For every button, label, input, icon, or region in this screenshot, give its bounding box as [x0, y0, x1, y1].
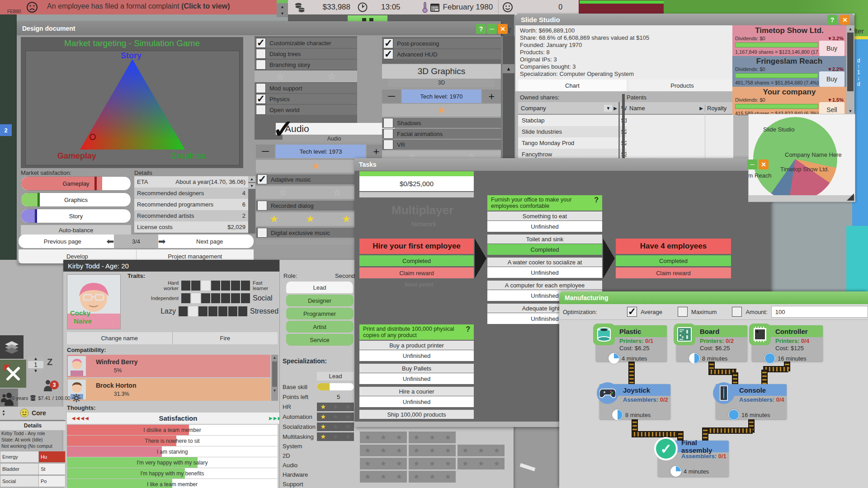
- graphics-3d-tab[interactable]: 3D: [388, 79, 495, 87]
- market-triangle[interactable]: [26, 51, 239, 165]
- help-icon[interactable]: ?: [466, 326, 470, 333]
- g3d-item[interactable]: Facial animations: [382, 129, 501, 139]
- stocks-scrollbar[interactable]: ▲ ▼: [846, 25, 854, 115]
- feature-item[interactable]: ✓Post-processing: [382, 38, 501, 48]
- arrow-left-icon[interactable]: ⬅: [107, 236, 114, 247]
- role-button-artist[interactable]: Artist: [286, 321, 353, 333]
- close-button[interactable]: ✕: [840, 15, 850, 25]
- employee-titlebar[interactable]: Kirby Todd - Age: 20: [63, 260, 284, 272]
- audio-item[interactable]: Recorded dialog: [256, 201, 366, 211]
- satisfaction-bar-story[interactable]: Story: [21, 209, 131, 223]
- feature-item[interactable]: ✓Physics: [255, 94, 357, 104]
- tech-plus-button[interactable]: ＋: [482, 89, 501, 103]
- slide-studio-titlebar[interactable]: Slide Studio ? ✕: [515, 14, 854, 25]
- tech-minus-button[interactable]: ─: [382, 89, 401, 103]
- spec-column-header[interactable]: Lead: [317, 372, 354, 380]
- minimize-button[interactable]: ─: [487, 24, 497, 34]
- close-button[interactable]: ✕: [498, 24, 508, 34]
- queue-stepper[interactable]: ▲ 1 ▼: [28, 356, 43, 373]
- checkbox-average-checked[interactable]: ✓: [627, 307, 637, 317]
- expand-icon[interactable]: ▶: [699, 106, 703, 111]
- g3d-item[interactable]: VR: [382, 140, 501, 150]
- sleep-icon[interactable]: Z: [47, 357, 52, 367]
- next-page-button[interactable]: Next page: [165, 238, 254, 245]
- filter-icon[interactable]: ▼: [604, 105, 612, 112]
- scroll-up-icon[interactable]: ▲: [277, 3, 288, 10]
- compatibility-row[interactable]: Brock Horton 31.3%: [67, 378, 270, 401]
- expand-icon[interactable]: ▶: [613, 106, 617, 111]
- g3d-item[interactable]: Shadows: [382, 118, 501, 128]
- role-button-service[interactable]: Service: [286, 334, 353, 346]
- feature-item[interactable]: Open world: [255, 105, 357, 115]
- change-name-button[interactable]: Change name: [67, 332, 173, 344]
- gear-icon[interactable]: [72, 394, 80, 402]
- plastic-icon: [593, 324, 615, 345]
- notification-bar[interactable]: An employee has filed a formal complaint…: [0, 0, 288, 14]
- tasks-titlebar[interactable]: Tasks: [354, 158, 771, 171]
- share-row[interactable]: Slide Industries: [518, 126, 618, 137]
- node-controller[interactable]: Controller Printers: 0/4 Cost: $125 16 m…: [752, 325, 823, 361]
- compatibility-scrollbar[interactable]: ▲ ▼: [271, 355, 278, 401]
- amount-input[interactable]: 100: [771, 306, 868, 318]
- buy-button[interactable]: Buy: [819, 71, 844, 87]
- node-board[interactable]: Board Printers: 0/2 Cost: $6.25 8 minute…: [676, 325, 747, 361]
- tech-minus-button[interactable]: ─: [256, 145, 275, 158]
- manufacturing-titlebar[interactable]: Manufacturing: [559, 291, 868, 304]
- audio-tab[interactable]: Audio: [283, 135, 386, 142]
- feature-item[interactable]: ✓Customizable character: [255, 38, 357, 48]
- checkbox-amount[interactable]: [732, 307, 742, 317]
- node-joystick[interactable]: Joystick Assemblers: 0/2 8 minutes: [599, 384, 670, 419]
- feature-item[interactable]: Branching story: [255, 60, 357, 70]
- role-button-lead[interactable]: Lead: [286, 282, 353, 293]
- previous-page-button[interactable]: Previous page: [19, 238, 107, 245]
- tasks-close-button[interactable]: ✕: [759, 160, 769, 169]
- claim-reward-button[interactable]: Claim reward: [359, 267, 474, 278]
- share-row[interactable]: Stabclap: [518, 115, 618, 126]
- claim-reward-button[interactable]: Claim reward: [616, 267, 731, 278]
- tasks-minimize-button[interactable]: ─: [747, 160, 757, 169]
- skill-stars[interactable]: ★★★: [317, 422, 354, 431]
- help-button[interactable]: ?: [827, 15, 837, 25]
- feature-item[interactable]: Dialog trees: [255, 49, 357, 59]
- scroll-arrows[interactable]: ▲▼: [2, 409, 5, 417]
- feature-item[interactable]: ✓Advanced HUD: [382, 49, 501, 59]
- help-icon[interactable]: ?: [594, 197, 599, 203]
- resize-handle-icon[interactable]: [847, 193, 854, 201]
- design-doc-scrollbar[interactable]: ▲: [503, 36, 514, 158]
- complaint-badge[interactable]: 3: [43, 380, 52, 393]
- panel-splitter[interactable]: [622, 94, 625, 166]
- role-button-designer[interactable]: Designer: [286, 295, 353, 306]
- market-triangle-box[interactable]: Story Gameplay Graphics: [25, 51, 240, 165]
- audio-item[interactable]: Digital exclusive music: [256, 228, 366, 238]
- layers-button[interactable]: [0, 335, 24, 359]
- help-button[interactable]: ?: [476, 24, 486, 34]
- node-console[interactable]: Console Assemblers: 0/4 16 minutes: [716, 384, 787, 419]
- buy-button[interactable]: Buy: [819, 41, 844, 56]
- node-final-assembly[interactable]: Final assembly ✓ Assemblers: 0/1 4 minut…: [658, 441, 729, 477]
- build-button[interactable]: [0, 360, 26, 388]
- arrows-left-icon[interactable]: ◄◄◄◄: [71, 415, 88, 422]
- scroll-down-icon[interactable]: ▼: [277, 10, 288, 17]
- bookmark-2-tag[interactable]: 2: [0, 124, 12, 136]
- tab-chart[interactable]: Chart: [518, 80, 627, 91]
- role-button-programmer[interactable]: Programmer: [286, 308, 353, 319]
- notification-scrollbar[interactable]: ▲ ▼: [277, 0, 288, 17]
- table-splitter[interactable]: [618, 102, 620, 161]
- design-document-titlebar[interactable]: Design document ? ─ ✕: [17, 21, 501, 35]
- auto-balance-button[interactable]: Auto-balance: [21, 225, 131, 235]
- skill-stars[interactable]: ★★★: [317, 413, 354, 421]
- feature-item[interactable]: Mod support: [255, 83, 357, 93]
- node-plastic[interactable]: Plastic Printers: 0/1 Cost: $6.25 4 minu…: [596, 325, 667, 361]
- skill-stars[interactable]: ★★★: [317, 403, 354, 411]
- compatibility-row[interactable]: Winfred Berry 5%: [67, 355, 270, 377]
- arrow-right-icon[interactable]: ➡: [158, 236, 166, 247]
- core-row[interactable]: ▲▼ Core: [0, 407, 66, 419]
- satisfaction-bar-graphics[interactable]: Graphics: [21, 192, 131, 207]
- details-header[interactable]: Details: [0, 420, 66, 430]
- share-row[interactable]: Tango Monday Prod: [518, 137, 618, 149]
- tab-products[interactable]: Products: [629, 80, 735, 91]
- checkbox-maximum[interactable]: [678, 307, 688, 317]
- fire-button[interactable]: Fire: [173, 332, 278, 344]
- satisfaction-bar-gameplay[interactable]: Gameplay: [21, 176, 131, 191]
- skill-stars[interactable]: ★★★: [317, 432, 354, 441]
